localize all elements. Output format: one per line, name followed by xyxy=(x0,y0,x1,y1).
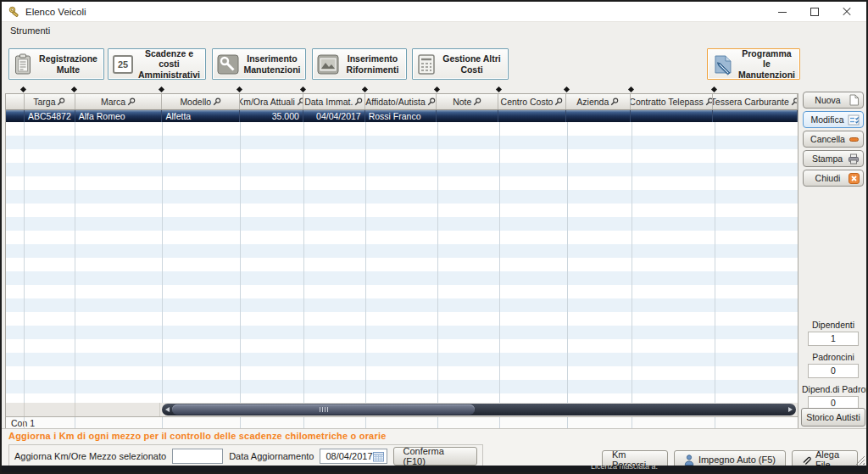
table-frame: TargaMarcaModelloKm/Ora AttualiData Imma… xyxy=(5,93,798,428)
search-icon[interactable] xyxy=(57,98,65,106)
grid-line xyxy=(162,417,163,429)
conferma-button[interactable]: Conferma (F10) xyxy=(393,447,477,466)
column-resize-handle[interactable] xyxy=(159,86,164,92)
column-header-data-immat[interactable]: Data Immat. xyxy=(303,94,365,109)
column-header-modello[interactable]: Modello xyxy=(162,94,240,109)
menu-strumenti[interactable]: Strumenti xyxy=(10,25,50,36)
column-resize-handle[interactable] xyxy=(628,86,634,92)
search-icon[interactable] xyxy=(554,98,563,106)
table-body[interactable] xyxy=(6,122,798,403)
cancella-button[interactable]: Cancella xyxy=(803,131,864,148)
data-aggiornamento-label: Data Aggiornamento xyxy=(229,451,314,461)
km-ore-input[interactable] xyxy=(172,449,223,464)
search-icon[interactable] xyxy=(427,98,436,106)
maximize-button[interactable] xyxy=(809,6,821,18)
inserimento-manutenzioni-button[interactable]: Inserimento Manutenzioni xyxy=(212,48,306,80)
cell-km-ora-attuali[interactable]: 35.000 xyxy=(240,110,303,122)
scrollbar-thumb[interactable] xyxy=(172,404,475,415)
column-label: Marca xyxy=(101,97,125,107)
vehicle-table: TargaMarcaModelloKm/Ora AttualiData Imma… xyxy=(5,86,798,428)
column-header-azienda[interactable]: Azienda xyxy=(566,94,631,109)
chiudi-button[interactable]: Chiudi xyxy=(803,170,864,187)
modifica-button[interactable]: Modifica xyxy=(803,111,864,128)
inserimento-rifornimenti-button[interactable]: Inserimento Rifornimenti xyxy=(312,48,407,80)
column-header-km-ora-attuali[interactable]: Km/Ora Attuali xyxy=(240,94,303,109)
column-header-contratto-telepass[interactable]: Contratto Telepass xyxy=(631,94,714,109)
storico-autisti-button[interactable]: Storico Autisti xyxy=(801,408,865,427)
search-icon[interactable] xyxy=(127,98,136,106)
cell-contratto-telepass[interactable] xyxy=(631,110,714,122)
search-icon[interactable] xyxy=(473,98,481,106)
scadenze-costi-button[interactable]: 25 Scadenze e costi Amministrativi xyxy=(108,48,206,80)
table-row-selected[interactable]: ABC54872Alfa RomeoAlfetta35.00004/04/201… xyxy=(6,110,798,122)
column-resize-handle[interactable] xyxy=(236,86,242,92)
grid-line xyxy=(162,122,163,403)
grid-line xyxy=(303,417,304,429)
registrazione-multe-button[interactable]: Registrazione Multe xyxy=(8,48,104,80)
cell-tessera-carburante[interactable] xyxy=(713,110,798,122)
wrench-icon xyxy=(217,54,239,75)
list-icon xyxy=(417,53,436,75)
cell-data-immat[interactable]: 04/04/2017 xyxy=(303,110,365,122)
column-splitter-strip xyxy=(5,86,798,93)
column-resize-handle[interactable] xyxy=(564,86,570,92)
grid-line xyxy=(567,417,568,429)
toolbar: Registrazione Multe 25 Scadenze e costi … xyxy=(2,39,866,86)
horizontal-scrollbar[interactable] xyxy=(162,404,796,415)
cell-note[interactable] xyxy=(437,110,498,122)
column-resize-handle[interactable] xyxy=(434,86,440,92)
programma-manutenzioni-button[interactable]: Programma le Manutenzioni xyxy=(707,48,800,80)
dipendenti-value[interactable]: 1 xyxy=(808,332,859,346)
cell-affidato-autista[interactable]: Rossi Franco xyxy=(365,110,437,122)
minimize-button[interactable] xyxy=(776,6,788,18)
row-selector-cell[interactable] xyxy=(6,110,25,122)
column-label: Contratto Telepass xyxy=(631,97,704,107)
horizontal-scroll-row xyxy=(6,403,798,416)
column-header-targa[interactable]: Targa xyxy=(25,94,75,109)
clipboard-icon xyxy=(14,53,33,75)
stampa-button[interactable]: Stampa xyxy=(803,150,864,167)
calendar-picker-icon[interactable] xyxy=(373,451,384,462)
grid-line xyxy=(240,122,241,403)
column-header-note[interactable]: Note xyxy=(437,94,498,109)
cell-marca[interactable]: Alfa Romeo xyxy=(75,110,163,122)
column-label: Km/Ora Attuali xyxy=(240,97,295,107)
bottom-panel: Aggiorna i Km di ogni mezzo per il contr… xyxy=(2,428,866,468)
cell-centro-costo[interactable] xyxy=(498,110,566,122)
grid-line xyxy=(499,417,500,429)
column-header-centro-costo[interactable]: Centro Costo xyxy=(498,94,566,109)
gestione-altri-costi-button[interactable]: Gestione Altri Costi xyxy=(412,48,509,80)
data-aggiornamento-field[interactable]: 08/04/2017 xyxy=(320,449,387,464)
padroncini-value[interactable]: 0 xyxy=(808,364,859,378)
window-bottom-edge: Licenza rilasciata a: xyxy=(2,466,866,472)
cell-azienda[interactable] xyxy=(566,110,631,122)
grid-line xyxy=(437,122,438,403)
column-resize-handle[interactable] xyxy=(362,86,368,92)
column-header-marca[interactable]: Marca xyxy=(75,94,163,109)
search-icon[interactable] xyxy=(213,98,221,106)
column-resize-handle[interactable] xyxy=(711,86,717,92)
new-page-icon xyxy=(849,94,860,106)
cell-targa[interactable]: ABC54872 xyxy=(25,110,75,122)
search-icon[interactable] xyxy=(610,98,619,106)
edit-list-icon xyxy=(848,114,860,125)
column-resize-handle[interactable] xyxy=(496,86,502,92)
grid-line xyxy=(24,417,25,429)
close-button[interactable] xyxy=(841,6,853,18)
cell-modello[interactable]: Alfetta xyxy=(162,110,240,122)
search-icon[interactable] xyxy=(705,98,714,106)
nuova-button[interactable]: Nuova xyxy=(803,92,864,109)
scroll-right-icon[interactable] xyxy=(788,407,793,412)
column-resize-handle[interactable] xyxy=(20,86,26,92)
column-header-affidato-autista[interactable]: Affidato/Autista xyxy=(365,94,437,109)
search-icon[interactable] xyxy=(297,98,303,106)
search-icon[interactable] xyxy=(354,98,363,106)
column-resize-handle[interactable] xyxy=(71,86,77,92)
scroll-left-icon[interactable] xyxy=(165,407,170,412)
column-header-tessera-carburante[interactable]: Tessera Carburante xyxy=(713,94,798,109)
counter-dipendenti: Dipendenti 1 xyxy=(802,320,865,346)
column-label: Targa xyxy=(33,97,55,107)
column-header-selector[interactable] xyxy=(6,94,25,109)
column-resize-handle[interactable] xyxy=(300,86,306,92)
search-icon[interactable] xyxy=(791,98,798,106)
